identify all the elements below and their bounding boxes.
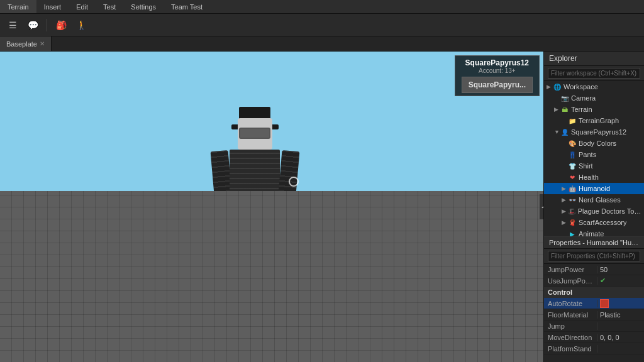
prop-row-floormaterial[interactable]: FloorMaterial Plastic <box>544 309 644 321</box>
tab-close-button[interactable]: ✕ <box>40 40 45 47</box>
tab-baseplate[interactable]: Baseplate ✕ <box>0 36 52 51</box>
prop-row-jump[interactable]: Jump <box>544 321 644 332</box>
tree-item-bodycolors[interactable]: 🎨 Body Colors <box>544 138 644 149</box>
tree-item-player[interactable]: ▼ 👤 SquarePapyrus12 <box>544 126 644 138</box>
prop-row-usejumppower[interactable]: UseJumpPower ✔ <box>544 275 644 287</box>
tree-item-workspace[interactable]: ▶ 🌐 Workspace <box>544 81 644 92</box>
prop-section-control-section: Control <box>544 287 644 298</box>
output-sep-1: - <box>46 334 50 341</box>
prop-name-jumppower: JumpPower <box>544 266 597 273</box>
tree-icon-scarf: 🧣 <box>568 218 577 227</box>
tree-item-pants[interactable]: 👖 Pants <box>544 149 644 160</box>
menu-bar: Terrain Insert Edit Test Settings Team T… <box>0 0 644 14</box>
menu-edit[interactable]: Edit <box>69 0 96 13</box>
viewport[interactable]: SquarePapyrus12 Account: 13+ SquarePapyr… <box>0 52 543 362</box>
prop-value-movedirection: 0, 0, 0 <box>597 334 644 341</box>
prop-name-jump: Jump <box>544 322 597 330</box>
chat-button[interactable]: 💬 <box>24 16 42 34</box>
menu-terrain[interactable]: Terrain <box>0 0 36 13</box>
glasses <box>239 128 270 139</box>
collapse-panel-button[interactable]: ◀ <box>540 194 543 219</box>
prop-name-platformstand: PlatformStand <box>544 345 597 353</box>
toolbar: ☰ 💬 🎒 🚶 <box>0 14 644 36</box>
prop-row-autorotate[interactable]: AutoRotate <box>544 298 644 309</box>
crosshair <box>289 177 299 187</box>
tree-arrow-workspace: ▶ <box>547 84 553 90</box>
explorer-header: Explorer <box>544 52 644 66</box>
properties-filter-input[interactable] <box>548 251 640 261</box>
output-title: Output <box>5 321 26 329</box>
user-button[interactable]: SquarePapyru... <box>462 77 533 93</box>
prop-value-autorotate <box>597 299 644 307</box>
tree-item-terraingraph[interactable]: 📁 TerrainGraph <box>544 115 644 126</box>
tree-icon-shirt: 👕 <box>568 162 577 170</box>
tree-item-terrain[interactable]: ▶ 🏔 Terrain <box>544 104 644 115</box>
menu-team-test[interactable]: Team Test <box>164 0 210 13</box>
tree-label-player: SquarePapyrus12 <box>571 128 626 136</box>
tree-view: ▶ 🌐 Workspace 📷 Camera ▶ 🏔 Terrain 📁 Ter… <box>544 81 644 236</box>
output-close-icon[interactable]: ✕ <box>533 321 538 329</box>
timestamp-1: 19:11:48.995 <box>4 334 44 341</box>
watermark-line1: Activate Windows <box>418 291 537 304</box>
menu-settings[interactable]: Settings <box>123 0 164 13</box>
torso <box>230 150 280 203</box>
menu-insert[interactable]: Insert <box>36 0 69 13</box>
tree-label-terraingraph: TerrainGraph <box>579 117 619 124</box>
menu-test[interactable]: Test <box>96 0 123 13</box>
hamburger-button[interactable]: ☰ <box>4 16 21 34</box>
backpack-button[interactable]: 🎒 <box>52 16 70 34</box>
right-sidebar: Explorer ▶ 🌐 Workspace 📷 Camera ▶ 🏔 Terr… <box>543 52 644 362</box>
tree-item-plaguedoctor[interactable]: ▶ 🎩 Plague Doctors Top Hat <box>544 206 644 217</box>
tree-label-humanoid: Humanoid <box>579 185 610 192</box>
tree-item-animate[interactable]: ▶ Animate <box>544 228 644 236</box>
explorer-filter-input[interactable] <box>548 68 640 79</box>
explorer-filter-bar <box>544 66 644 81</box>
tree-arrow-scarf: ▶ <box>562 219 568 226</box>
tree-arrow-plaguedoctor: ▶ <box>562 208 567 214</box>
tree-item-scarf[interactable]: ▶ 🧣 ScarfAccessory <box>544 217 644 228</box>
tree-item-humanoid[interactable]: ▶ 🤖 Humanoid <box>544 183 644 194</box>
character-button[interactable]: 🚶 <box>72 16 90 34</box>
user-panel: SquarePapyrus12 Account: 13+ SquarePapyr… <box>455 55 540 96</box>
head <box>238 118 272 150</box>
tree-item-health[interactable]: ❤ Health <box>544 172 644 183</box>
properties-filter-bar <box>544 249 644 264</box>
prop-name-autorotate: AutoRotate <box>544 300 597 307</box>
right-leg <box>257 203 278 247</box>
tree-arrow-humanoid: ▶ <box>562 185 568 192</box>
message-2: Moon Animator v24 available. Current ver… <box>50 342 222 349</box>
tree-item-nerdglasses[interactable]: ▶ 👓 Nerd Glasses <box>544 194 644 206</box>
prop-row-movedirection[interactable]: MoveDirection 0, 0, 0 <box>544 332 644 343</box>
tree-label-animate: Animate <box>579 230 604 236</box>
output-panel: Output ⬆ ✕ 19:11:48.995 - Baseplate auto… <box>0 318 543 362</box>
tree-arrow-nerdglasses: ▶ <box>562 197 568 203</box>
right-arm <box>278 150 300 202</box>
tree-label-shirt: Shirt <box>579 162 593 170</box>
prop-value-floormaterial: Plastic <box>597 311 644 319</box>
watermark: Activate Windows Go to PC settings to ac… <box>418 291 537 312</box>
tree-item-shirt[interactable]: 👕 Shirt <box>544 160 644 172</box>
properties-header: Properties - Humanoid "Humanoid" <box>544 237 644 249</box>
tree-arrow-player: ▼ <box>554 129 560 135</box>
prop-row-jumppower[interactable]: JumpPower 50 <box>544 264 644 275</box>
viewport-background: SquarePapyrus12 Account: 13+ SquarePapyr… <box>0 52 543 362</box>
output-icon-1[interactable]: ⬆ <box>523 321 529 329</box>
username-label: SquarePapyrus12 <box>462 58 533 67</box>
tree-label-health: Health <box>579 173 599 181</box>
character-model <box>206 118 307 269</box>
output-line-2: 19:12:08.374 - Moon Animator v24 availab… <box>4 342 540 349</box>
tree-icon-bodycolors: 🎨 <box>568 139 577 148</box>
properties-panel: Properties - Humanoid "Humanoid" JumpPow… <box>544 236 644 362</box>
tree-item-camera[interactable]: 📷 Camera <box>544 92 644 104</box>
toolbar-divider <box>47 19 47 31</box>
tree-icon-workspace: 🌐 <box>553 82 562 91</box>
output-content: 19:11:48.995 - Baseplate auto-recovery f… <box>0 331 543 352</box>
tree-label-nerdglasses: Nerd Glasses <box>579 196 621 204</box>
tree-label-plaguedoctor: Plague Doctors Top Hat <box>578 207 641 215</box>
tree-label-pants: Pants <box>579 151 596 158</box>
tree-arrow-terrain: ▶ <box>554 106 560 112</box>
properties-list: JumpPower 50 UseJumpPower ✔ Control Auto… <box>544 264 644 362</box>
prop-row-platformstand[interactable]: PlatformStand <box>544 343 644 354</box>
account-label: Account: 13+ <box>462 67 533 74</box>
tree-label-workspace: Workspace <box>564 83 598 90</box>
